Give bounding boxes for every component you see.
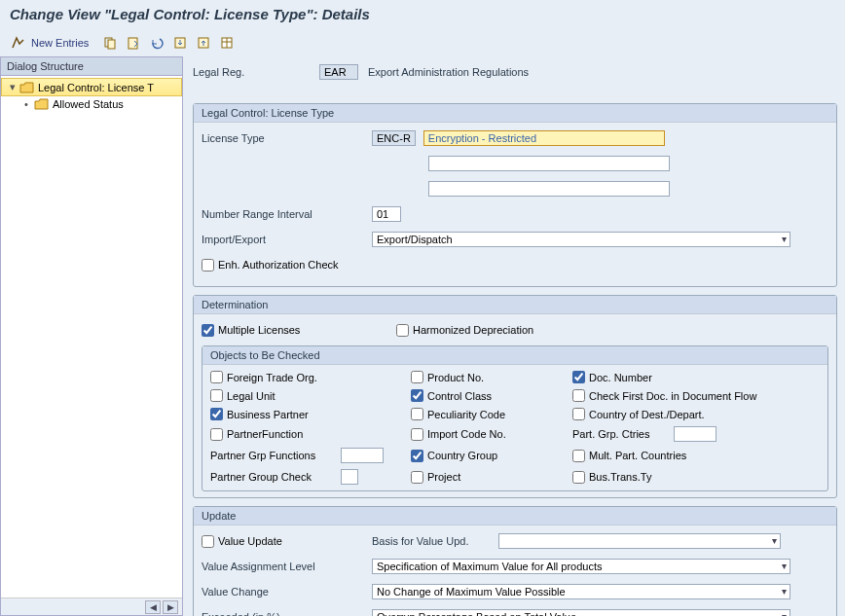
bus-trans-ty-check[interactable]: Bus.Trans.Ty bbox=[572, 469, 820, 485]
enh-auth-label: Enh. Authorization Check bbox=[218, 259, 339, 271]
tree-node-license-type[interactable]: ▾ Legal Control: License T bbox=[1, 78, 182, 96]
tree-node-allowed-status[interactable]: • Allowed Status bbox=[1, 96, 182, 112]
basis-label: Basis for Value Upd. bbox=[372, 535, 498, 547]
group-update: Update Value Update Basis for Value Upd.… bbox=[193, 506, 837, 616]
project-check[interactable]: Project bbox=[411, 469, 567, 485]
legal-reg-label: Legal Reg. bbox=[193, 66, 310, 78]
product-no-check[interactable]: Product No. bbox=[411, 371, 567, 383]
chk-label: Mult. Part. Countries bbox=[589, 450, 686, 461]
group-title: Objects to Be Checked bbox=[202, 346, 827, 365]
license-type-desc-input[interactable]: Encryption - Restricted bbox=[423, 130, 665, 146]
dialog-structure-pane: Dialog Structure ▾ Legal Control: Licens… bbox=[0, 56, 183, 616]
mult-part-countries-check[interactable]: Mult. Part. Countries bbox=[572, 448, 820, 463]
tree-node-label: Legal Control: License T bbox=[38, 82, 154, 93]
value-update-check[interactable]: Value Update bbox=[202, 535, 372, 548]
chk-label: Bus.Trans.Ty bbox=[589, 471, 651, 483]
expand-icon[interactable]: ▾ bbox=[10, 81, 19, 93]
basis-select[interactable] bbox=[498, 533, 781, 549]
field-label: Part. Grp. Ctries bbox=[572, 428, 670, 440]
undo-icon[interactable] bbox=[147, 33, 166, 53]
exceeded-select[interactable]: Overrun Percentage Based on Total Value bbox=[372, 609, 790, 616]
scroll-left-icon[interactable]: ◀ bbox=[145, 600, 161, 614]
doc-arrow-icon[interactable] bbox=[124, 33, 143, 53]
fto-check[interactable]: Foreign Trade Org. bbox=[210, 371, 405, 383]
nri-label: Number Range Interval bbox=[202, 208, 372, 220]
country-group-check[interactable]: Country Group bbox=[411, 448, 567, 463]
doc-number-check[interactable]: Doc. Number bbox=[572, 371, 820, 383]
chk-label: Harmonized Depreciation bbox=[413, 324, 533, 336]
chk-label: Peculiarity Code bbox=[427, 409, 505, 420]
group-determination: Determination Multiple Licenses Harmoniz… bbox=[193, 295, 837, 498]
enh-auth-check[interactable]: Enh. Authorization Check bbox=[202, 259, 339, 272]
legal-reg-code: EAR bbox=[319, 64, 358, 80]
toggle-icon[interactable] bbox=[8, 33, 27, 53]
chk-label: Country Group bbox=[427, 450, 497, 461]
svg-rect-2 bbox=[129, 38, 137, 49]
license-type-extra1-input[interactable] bbox=[428, 156, 670, 171]
field-label: Partner Group Check bbox=[210, 471, 337, 483]
license-type-label: License Type bbox=[202, 132, 372, 144]
table-icon[interactable] bbox=[217, 33, 237, 53]
content-pane: Legal Reg. EAR Export Administration Reg… bbox=[183, 56, 845, 616]
chk-label: Multiple Licenses bbox=[218, 324, 300, 336]
license-type-extra2-input[interactable] bbox=[428, 181, 670, 197]
svg-rect-1 bbox=[108, 40, 115, 49]
value-change-label: Value Change bbox=[202, 586, 372, 598]
chk-label: Foreign Trade Org. bbox=[227, 372, 317, 383]
import-export-select[interactable]: Export/Dispatch bbox=[372, 232, 790, 247]
legal-reg-desc: Export Administration Regulations bbox=[368, 66, 529, 78]
toolbar: New Entries bbox=[0, 29, 845, 56]
chk-label: Legal Unit bbox=[227, 390, 276, 402]
chk-label: Import Code No. bbox=[427, 428, 506, 440]
folder-icon bbox=[34, 98, 49, 110]
harmonized-dep-check[interactable]: Harmonized Depreciation bbox=[396, 324, 533, 337]
part-grp-ctries-field: Part. Grp. Ctries bbox=[572, 426, 820, 442]
chk-label: Business Partner bbox=[227, 409, 309, 420]
scroll-right-icon[interactable]: ▶ bbox=[163, 600, 178, 614]
save-up-icon[interactable] bbox=[194, 33, 213, 53]
tree: ▾ Legal Control: License T • Allowed Sta… bbox=[1, 76, 182, 598]
dialog-structure-header: Dialog Structure bbox=[1, 57, 182, 76]
page-title: Change View "Legal Control: License Type… bbox=[0, 0, 845, 29]
objects-to-check-group: Objects to Be Checked Foreign Trade Org.… bbox=[202, 345, 828, 491]
partner-group-check-field: Partner Group Check bbox=[210, 469, 405, 485]
country-dest-check[interactable]: Country of Dest./Depart. bbox=[572, 408, 820, 420]
nri-value[interactable]: 01 bbox=[372, 206, 401, 222]
multiple-licenses-check[interactable]: Multiple Licenses bbox=[202, 324, 396, 337]
partner-grp-func-field: Partner Grp Functions bbox=[210, 448, 405, 463]
control-class-check[interactable]: Control Class bbox=[411, 389, 567, 402]
main: Dialog Structure ▾ Legal Control: Licens… bbox=[0, 56, 845, 616]
chk-label: PartnerFunction bbox=[227, 428, 303, 440]
partner-grp-func-input[interactable] bbox=[341, 448, 384, 463]
value-change-select[interactable]: No Change of Maximum Value Possible bbox=[372, 584, 790, 599]
tree-node-label: Allowed Status bbox=[53, 98, 124, 110]
business-partner-check[interactable]: Business Partner bbox=[210, 408, 405, 420]
import-export-label: Import/Export bbox=[202, 234, 372, 245]
copy-icon[interactable] bbox=[100, 33, 120, 53]
group-title: Legal Control: License Type bbox=[194, 104, 836, 123]
legal-unit-check[interactable]: Legal Unit bbox=[210, 389, 405, 402]
import-code-no-check[interactable]: Import Code No. bbox=[411, 426, 567, 442]
tree-scrollbar: ◀ ▶ bbox=[1, 598, 182, 615]
save-down-icon[interactable] bbox=[170, 33, 190, 53]
chk-label: Value Update bbox=[218, 535, 282, 547]
chk-label: Check First Doc. in Document Flow bbox=[589, 390, 756, 402]
group-license-type: Legal Control: License Type License Type… bbox=[193, 103, 837, 287]
group-title: Update bbox=[194, 507, 836, 525]
folder-open-icon bbox=[19, 82, 34, 93]
chk-label: Country of Dest./Depart. bbox=[589, 409, 705, 420]
new-entries-button[interactable]: New Entries bbox=[31, 37, 89, 49]
chk-label: Control Class bbox=[427, 390, 492, 402]
exceeded-label: Exceeded (in %) bbox=[202, 611, 372, 616]
check-first-doc-check[interactable]: Check First Doc. in Document Flow bbox=[572, 389, 820, 402]
partner-group-check-input[interactable] bbox=[341, 469, 358, 485]
part-grp-ctries-input[interactable] bbox=[674, 426, 716, 442]
bullet-icon: • bbox=[24, 98, 34, 110]
value-assignment-select[interactable]: Specification of Maximum Value for All p… bbox=[372, 559, 790, 574]
partner-function-check[interactable]: PartnerFunction bbox=[210, 426, 405, 442]
license-type-code: ENC-R bbox=[372, 130, 416, 146]
group-title: Determination bbox=[194, 296, 836, 314]
peculiarity-code-check[interactable]: Peculiarity Code bbox=[411, 408, 567, 420]
chk-label: Product No. bbox=[427, 372, 484, 383]
field-label: Partner Grp Functions bbox=[210, 450, 337, 461]
